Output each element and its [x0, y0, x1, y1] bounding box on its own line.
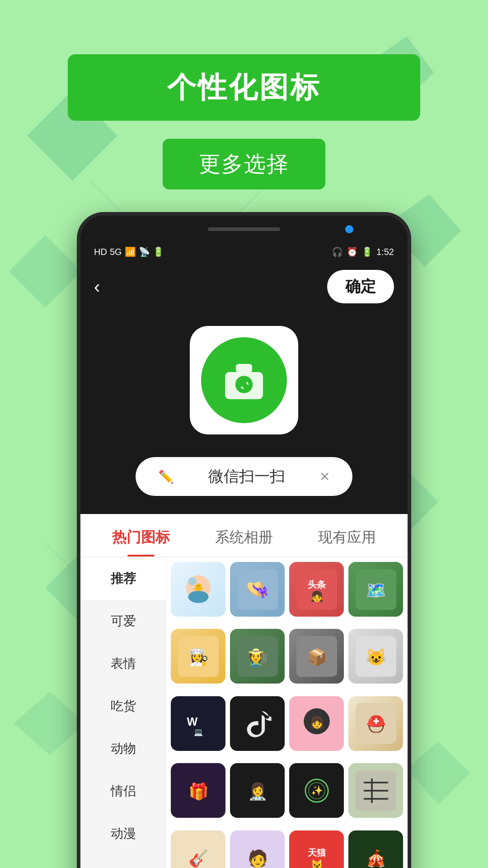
svg-text:👒: 👒: [245, 577, 270, 600]
icon-item-tiktok[interactable]: [230, 696, 285, 751]
icon-preview-box: [190, 326, 298, 434]
icon-item-17[interactable]: 🎸: [171, 830, 225, 868]
category-emoji[interactable]: 表情: [80, 642, 166, 685]
icon-item-19[interactable]: 天猫 🐱: [289, 830, 344, 868]
battery-small: 🔋: [153, 246, 164, 257]
icon-preview-circle: [201, 337, 287, 423]
edit-icon: ✏️: [158, 469, 174, 484]
category-anime[interactable]: 动漫: [80, 812, 166, 855]
svg-text:天猫: 天猫: [307, 848, 326, 858]
more-options-button[interactable]: 更多选择: [163, 139, 325, 189]
icon-img-6: 🧑‍🌾: [230, 629, 285, 684]
svg-text:💻: 💻: [194, 727, 203, 737]
clear-name-icon[interactable]: ✕: [319, 469, 330, 484]
svg-text:🧑: 🧑: [247, 849, 267, 868]
svg-rect-15: [236, 364, 252, 373]
phone-mockup: HD 5G 📶 📡 🔋 🎧 ⏰ 🔋 1:52 ‹ 确定: [77, 212, 411, 868]
icon-img-12: ⛑️: [348, 696, 403, 751]
icon-item-12[interactable]: ⛑️: [348, 696, 403, 751]
category-idol[interactable]: 爱豆: [80, 855, 166, 868]
icon-item-4[interactable]: 🗺️: [348, 562, 403, 617]
hd-badge: HD: [94, 247, 107, 257]
wifi-icon: 📡: [139, 246, 150, 257]
icon-img-18: 🧑: [230, 830, 285, 868]
confirm-button[interactable]: 确定: [327, 270, 394, 303]
icon-img-20: 🎪: [348, 830, 403, 868]
icon-item-3[interactable]: 头条 👧: [289, 562, 344, 617]
icon-item-14[interactable]: 👩‍⚕️: [230, 763, 285, 818]
category-sidebar: 推荐 可爱 表情 吃货 动物: [80, 557, 166, 868]
icon-name-tag: ✏️ 微信扫一扫 ✕: [136, 457, 352, 496]
svg-text:🗺️: 🗺️: [366, 580, 386, 599]
category-recommend-label: 推荐: [111, 571, 136, 585]
content-area: 热门图标 系统相册 现有应用 推荐: [80, 514, 408, 868]
wechat-scan-icon: [217, 353, 271, 407]
icon-item-7[interactable]: 📦: [289, 629, 344, 684]
tab-hot-label: 热门图标: [112, 529, 170, 545]
icon-item-9[interactable]: W 💻: [171, 696, 225, 751]
battery-icon: 🔋: [361, 246, 373, 257]
notch-bar: [208, 227, 280, 231]
title-banner: 个性化图标: [68, 54, 420, 121]
icon-item-5[interactable]: 👩‍🍳: [171, 629, 225, 684]
phone-top-bar: [80, 216, 408, 243]
icon-item-6[interactable]: 🧑‍🌾: [230, 629, 285, 684]
icon-img-7: 📦: [289, 629, 344, 684]
icon-item-18[interactable]: 🧑: [230, 830, 285, 868]
back-button[interactable]: ‹: [94, 277, 100, 297]
icons-grid: 🐥 👒: [166, 557, 408, 868]
svg-text:👧: 👧: [310, 590, 324, 602]
tab-bar: 热门图标 系统相册 现有应用: [80, 514, 408, 557]
svg-text:👩‍⚕️: 👩‍⚕️: [247, 781, 267, 801]
svg-text:👩‍🍳: 👩‍🍳: [188, 647, 208, 666]
alarm-icon: ⏰: [347, 246, 358, 257]
icon-img-2: 👒: [230, 562, 285, 617]
category-foodie-label: 吃货: [111, 699, 136, 713]
icon-item-15[interactable]: ✨: [289, 763, 344, 818]
svg-text:🧑‍🌾: 🧑‍🌾: [247, 647, 267, 666]
svg-point-19: [188, 590, 208, 603]
category-animal[interactable]: 动物: [80, 727, 166, 770]
icon-preview-area: [80, 317, 408, 457]
tab-apps[interactable]: 现有应用: [296, 514, 399, 557]
tab-apps-label: 现有应用: [318, 529, 376, 545]
icon-img-13: 🎁: [171, 763, 225, 818]
app-header: ‹ 确定: [80, 261, 408, 317]
svg-text:🎪: 🎪: [366, 849, 386, 868]
status-left: HD 5G 📶 📡 🔋: [94, 246, 164, 257]
svg-text:👧: 👧: [310, 716, 324, 730]
icon-item-1[interactable]: 🐥: [171, 562, 225, 617]
svg-text:✨: ✨: [310, 784, 323, 797]
svg-text:📦: 📦: [306, 647, 327, 666]
icon-item-11[interactable]: 👧: [289, 696, 344, 751]
tab-album-label: 系统相册: [215, 529, 273, 545]
icon-item-8[interactable]: 😺: [348, 629, 403, 684]
icon-name-text: 微信扫一扫: [183, 466, 310, 487]
icon-img-14: 👩‍⚕️: [230, 763, 285, 818]
tab-hot-icons[interactable]: 热门图标: [89, 514, 192, 557]
time-display: 1:52: [376, 247, 394, 257]
category-foodie[interactable]: 吃货: [80, 685, 166, 727]
icon-item-2[interactable]: 👒: [230, 562, 285, 617]
icon-item-13[interactable]: 🎁: [171, 763, 225, 818]
signal-5g: 5G: [110, 247, 122, 257]
signal-bars: 📶: [125, 246, 136, 257]
tab-album[interactable]: 系统相册: [192, 514, 296, 557]
category-recommend[interactable]: 推荐: [80, 557, 166, 600]
icon-item-20[interactable]: 🎪: [348, 830, 403, 868]
svg-text:🎁: 🎁: [188, 781, 208, 801]
svg-text:⛑️: ⛑️: [366, 714, 386, 734]
phone-frame: HD 5G 📶 📡 🔋 🎧 ⏰ 🔋 1:52 ‹ 确定: [77, 212, 411, 868]
svg-text:🐥: 🐥: [193, 582, 204, 592]
bottom-section: 推荐 可爱 表情 吃货 动物: [80, 557, 408, 868]
icon-img-17: 🎸: [171, 830, 225, 868]
svg-text:W: W: [187, 715, 197, 728]
headphone-icon: 🎧: [332, 246, 343, 257]
icon-item-16[interactable]: [348, 763, 403, 818]
category-couple[interactable]: 情侣: [80, 770, 166, 812]
svg-text:😺: 😺: [366, 647, 386, 666]
category-cute[interactable]: 可爱: [80, 600, 166, 642]
name-tag-area: ✏️ 微信扫一扫 ✕: [80, 457, 408, 514]
svg-rect-36: [178, 703, 219, 744]
svg-text:头条: 头条: [307, 579, 326, 589]
